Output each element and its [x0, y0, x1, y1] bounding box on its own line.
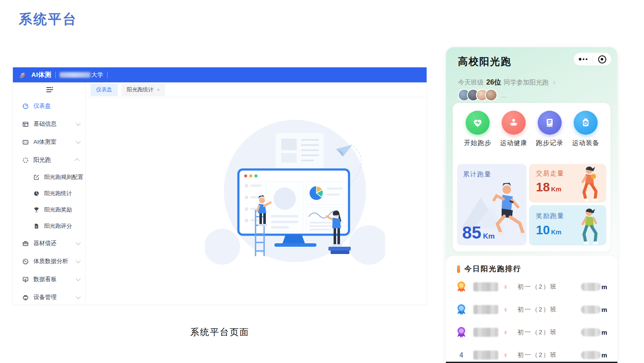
record-book-icon [538, 111, 562, 135]
gear-watch-icon [574, 111, 598, 135]
sidebar-item-physique-analysis[interactable]: 体质数据分析 [13, 252, 85, 270]
ranking-row[interactable]: ♀ 初一（2）班 m [446, 298, 617, 321]
chevron-down-icon [76, 240, 81, 245]
ranking-title: 今日阳光跑排行 [464, 264, 521, 274]
screenshot-caption: 系统平台页面 [13, 326, 427, 338]
participant-count: 26位 [486, 78, 501, 87]
dashboard-canvas [86, 97, 427, 305]
pie-panel [306, 182, 346, 205]
participant-avatars[interactable]: ... [458, 89, 507, 101]
masked-text [60, 72, 90, 78]
masked-distance [581, 328, 601, 336]
header-divider [107, 72, 108, 78]
rank-number: 4 [454, 351, 468, 359]
sidebar-item-sun-run[interactable]: 阳光跑 [13, 151, 85, 169]
exercise-person-icon [502, 111, 526, 135]
header-divider [55, 72, 56, 78]
reward-trophy-icon [33, 207, 39, 213]
female-icon: ♀ [503, 306, 508, 314]
avatars-more-label: ... [501, 92, 507, 99]
chevron-right-icon: › [553, 79, 555, 86]
gold-medal-icon [454, 281, 468, 293]
action-health[interactable]: 运动健康 [497, 111, 530, 147]
equipment-bag-icon [22, 240, 29, 247]
distance-value: m [581, 328, 607, 336]
dashboard-icon [22, 103, 29, 109]
ranking-card: 今日阳光跑排行 ♀ 初一（2）班 m ♀ 初一（2）班 m [446, 256, 617, 363]
admin-content: 仪表盘 阳光跑统计 × [86, 82, 427, 305]
sun-run-icon [22, 157, 29, 163]
sidebar-item-sunrun-score[interactable]: 阳光跑评分 [13, 218, 85, 234]
chevron-up-icon [75, 158, 79, 163]
chevron-down-icon [76, 121, 81, 126]
chevron-down-icon [76, 294, 81, 299]
ranking-row[interactable]: ♀ 初一（2）班 m [446, 275, 617, 298]
sidebar-item-equipment[interactable]: 器材借还 [13, 234, 85, 252]
masked-distance [581, 283, 601, 291]
score-file-icon [33, 223, 39, 230]
orange-bar-icon [457, 265, 460, 273]
ranking-header: 今日阳光跑排行 [446, 256, 617, 275]
stat-trade-distance[interactable]: 交易走量 18Km [529, 164, 606, 203]
action-gear[interactable]: 运动装备 [569, 111, 602, 147]
tab-sunrun-stats[interactable]: 阳光跑统计 × [121, 84, 166, 96]
page-title: 系统平台 [19, 10, 77, 28]
participation-summary[interactable]: 今天班级 26位 同学参加阳光跑 › [458, 78, 555, 87]
organization-name: 大学 [60, 71, 103, 79]
admin-platform-window: AI体测 大学 仪表盘 基础信息 [13, 67, 427, 305]
ranking-row[interactable]: 4 ♀ 初一（2）班 m [446, 344, 617, 363]
female-icon: ♀ [503, 283, 508, 291]
bronze-medal-icon [454, 327, 468, 339]
sidebar-item-base-info[interactable]: 基础信息 [13, 115, 85, 133]
walking-woman-orange-figure [576, 166, 603, 202]
distance-value: m [581, 351, 607, 359]
dashboard-illustration [205, 119, 385, 267]
sidebar-item-device-management[interactable]: 设备管理 [13, 288, 85, 306]
masked-distance [581, 351, 601, 359]
distance-value: m [581, 306, 607, 314]
menu-fold-icon[interactable] [46, 87, 53, 94]
record-circle-icon[interactable] [593, 53, 612, 66]
stats-cards: 累计跑量 85Km 交易走量 [457, 164, 606, 246]
sidebar-item-sunrun-stats[interactable]: 阳光跑统计 [13, 185, 85, 202]
brand-logo-icon [18, 70, 27, 80]
ai-room-icon [22, 139, 29, 145]
female-icon: ♀ [503, 329, 508, 336]
more-dots-icon[interactable] [574, 53, 593, 66]
sidebar-item-data-board[interactable]: 数据看板 [13, 270, 85, 288]
walking-woman-green-figure [576, 208, 603, 245]
base-info-icon [22, 121, 29, 127]
ranking-row[interactable]: ♀ 初一（2）班 m [446, 321, 617, 344]
action-start-running[interactable]: 开始跑步 [461, 111, 494, 147]
action-run-records[interactable]: 跑步记录 [533, 111, 566, 147]
chevron-down-icon [76, 258, 81, 263]
stat-reward-distance[interactable]: 奖励跑量 10Km [529, 205, 606, 245]
rule-config-icon [33, 174, 39, 181]
quick-actions: 开始跑步 运动健康 跑步记录 运动装备 [453, 103, 611, 147]
chevron-down-icon [76, 276, 81, 281]
analysis-gauge-icon [22, 258, 29, 265]
heart-pulse-icon [466, 111, 490, 135]
masked-student-name [473, 351, 498, 360]
sidebar-item-sunrun-rule-config[interactable]: 阳光跑规则配置 [13, 169, 85, 185]
stat-total-distance[interactable]: 累计跑量 85Km [457, 164, 527, 245]
female-icon: ♀ [503, 351, 508, 359]
miniapp-window: 高校阳光跑 今天班级 26位 同学参加阳光跑 › ... 开始跑步 [446, 47, 617, 363]
masked-student-name [473, 282, 498, 291]
sidebar-item-sunrun-reward[interactable]: 阳光跑奖励 [13, 202, 85, 218]
tab-dashboard[interactable]: 仪表盘 [90, 84, 118, 96]
center-panel [266, 182, 304, 231]
summary-card: 开始跑步 运动健康 跑步记录 运动装备 [453, 103, 611, 251]
sidebar-item-ai-room[interactable]: AI体测室 [13, 133, 85, 151]
admin-top-bar: AI体测 大学 [13, 67, 427, 82]
data-board-icon [22, 276, 29, 283]
document-shape [276, 133, 324, 169]
sidebar-item-dashboard[interactable]: 仪表盘 [13, 97, 85, 115]
sidebar: 仪表盘 基础信息 AI体测室 阳光跑 阳光跑规则配置 [13, 82, 86, 305]
miniapp-title: 高校阳光跑 [458, 55, 512, 68]
close-tab-icon[interactable]: × [157, 88, 159, 92]
chevron-down-icon [76, 139, 81, 144]
masked-distance [581, 306, 601, 314]
avatar [485, 89, 497, 101]
brand-name: AI体测 [31, 71, 51, 79]
